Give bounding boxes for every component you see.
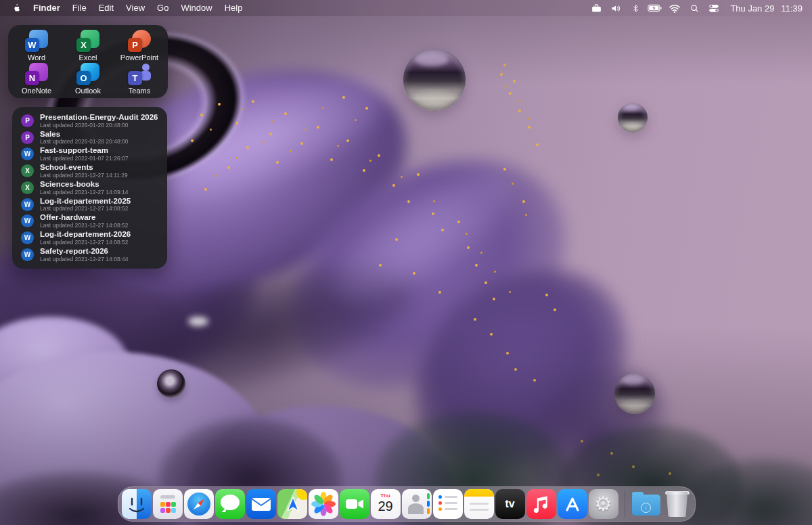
volume-icon[interactable] bbox=[608, 1, 623, 15]
document-title: Offer-hardware bbox=[40, 213, 128, 222]
menu-item-help[interactable]: Help bbox=[219, 0, 249, 16]
menu-item-window[interactable]: Window bbox=[175, 0, 218, 16]
document-updated: Last updated 2021-12-27 14:08:52 bbox=[40, 223, 128, 229]
dock-item-maps[interactable] bbox=[277, 489, 307, 519]
calendar-day-label: Thu bbox=[380, 493, 390, 499]
office-app-label: Outlook bbox=[75, 87, 101, 95]
dock-item-mail[interactable] bbox=[246, 489, 276, 519]
maps-arrow-icon bbox=[277, 489, 307, 519]
menu-item-finder[interactable]: Finder bbox=[27, 0, 66, 16]
document-updated: Last updated 2021-12-27 14:08:52 bbox=[40, 206, 131, 212]
facetime-camera-icon bbox=[340, 489, 369, 519]
document-row[interactable]: P Presentation-Energy-Audit 2026Last upd… bbox=[21, 113, 162, 129]
music-note-icon bbox=[526, 489, 556, 519]
menu-bar-left: Finder File Edit View Go Window Help bbox=[12, 0, 248, 16]
briefcase-icon[interactable] bbox=[589, 1, 604, 15]
apple-menu[interactable] bbox=[12, 3, 27, 14]
menu-item-go[interactable]: Go bbox=[151, 0, 175, 16]
search-icon[interactable] bbox=[687, 1, 702, 15]
contacts-person-icon bbox=[412, 495, 420, 502]
document-row[interactable]: W Log-it-departement-2026Last updated 20… bbox=[21, 230, 162, 246]
excel-badge-icon: X bbox=[21, 164, 34, 177]
dock-separator bbox=[625, 490, 625, 518]
menu-bar-clock[interactable]: Thu Jan 29 11:39 bbox=[726, 3, 805, 14]
dock-item-finder[interactable] bbox=[122, 489, 152, 519]
photos-pinwheel-icon bbox=[309, 489, 338, 519]
dock-item-photos[interactable] bbox=[309, 489, 338, 519]
dock-item-appstore[interactable] bbox=[558, 489, 587, 519]
office-app-label: Excel bbox=[79, 54, 97, 62]
dock-item-notes[interactable] bbox=[464, 489, 494, 519]
desktop: Finder File Edit View Go Window Help bbox=[0, 0, 812, 525]
document-title: Log-it-departement-2026 bbox=[40, 230, 131, 239]
calendar-day-number: 29 bbox=[378, 499, 392, 513]
menu-bar-status: Thu Jan 29 11:39 bbox=[589, 1, 805, 15]
recent-documents-widget: P Presentation-Energy-Audit 2026Last upd… bbox=[12, 107, 167, 269]
office-app-word[interactable]: W Word bbox=[11, 30, 62, 62]
appstore-icon bbox=[558, 489, 587, 519]
document-title: Fast-support-team bbox=[40, 146, 128, 155]
document-title: Log-it-departement-2025 bbox=[40, 197, 131, 206]
document-title: School-events bbox=[40, 163, 128, 172]
dock-item-messages[interactable] bbox=[215, 489, 245, 519]
office-app-outlook[interactable]: O Outlook bbox=[62, 63, 114, 95]
document-row[interactable]: X School-eventsLast updated 2021-12-27 1… bbox=[21, 163, 162, 179]
office-app-label: Word bbox=[28, 54, 45, 62]
dock-item-settings[interactable]: ⚙ bbox=[589, 489, 618, 519]
office-app-powerpoint[interactable]: P PowerPoint bbox=[114, 30, 165, 62]
word-icon: W bbox=[24, 30, 49, 52]
word-badge-icon: W bbox=[21, 214, 34, 227]
onenote-icon: N bbox=[24, 63, 49, 85]
document-updated: Last updated 2021-12-27 14:09:14 bbox=[40, 189, 128, 196]
tv-logo: tv bbox=[505, 498, 514, 510]
office-widget: W Word X Excel P PowerPoint N OneNote O … bbox=[8, 25, 168, 98]
excel-icon: X bbox=[76, 30, 100, 52]
dock-item-reminders[interactable] bbox=[433, 489, 463, 519]
word-badge-icon: W bbox=[21, 147, 34, 160]
document-title: Sales bbox=[40, 130, 128, 139]
reminders-icon bbox=[438, 495, 442, 499]
menu-item-edit[interactable]: Edit bbox=[93, 0, 120, 16]
control-center-icon[interactable] bbox=[706, 1, 721, 15]
gear-icon: ⚙ bbox=[594, 494, 612, 514]
document-row[interactable]: P SalesLast updated 2026-01-28 20:48:00 bbox=[21, 130, 162, 145]
wifi-icon[interactable] bbox=[667, 1, 682, 15]
office-app-label: Teams bbox=[129, 87, 150, 95]
dock-item-facetime[interactable] bbox=[340, 489, 369, 519]
dock-item-trash[interactable] bbox=[662, 489, 692, 519]
excel-badge-icon: X bbox=[21, 181, 34, 194]
dock-item-launchpad[interactable] bbox=[153, 489, 183, 519]
bluetooth-icon[interactable] bbox=[628, 1, 643, 15]
outlook-icon: O bbox=[76, 63, 100, 85]
menu-bar-time: 11:39 bbox=[781, 3, 803, 14]
battery-charging-icon[interactable] bbox=[648, 1, 662, 15]
menu-item-file[interactable]: File bbox=[66, 0, 93, 16]
dock-item-tv[interactable]: tv bbox=[495, 489, 525, 519]
menu-item-view[interactable]: View bbox=[120, 0, 151, 16]
office-app-excel[interactable]: X Excel bbox=[62, 30, 114, 62]
office-app-label: OneNote bbox=[22, 87, 51, 95]
office-app-onenote[interactable]: N OneNote bbox=[11, 63, 62, 95]
document-row[interactable]: X Sciences-booksLast updated 2021-12-27 … bbox=[21, 180, 162, 196]
document-title: Presentation-Energy-Audit 2026 bbox=[40, 113, 158, 122]
messages-bubble-icon bbox=[221, 495, 240, 510]
powerpoint-icon: P bbox=[127, 30, 152, 52]
powerpoint-badge-icon: P bbox=[21, 114, 34, 127]
powerpoint-badge-icon: P bbox=[21, 131, 34, 144]
teams-icon: T bbox=[127, 63, 152, 85]
document-row[interactable]: W Log-it-departement-2025Last updated 20… bbox=[21, 197, 162, 212]
document-updated: Last updated 2026-01-28 20:48:00 bbox=[40, 139, 128, 145]
document-title: Safety-report-2026 bbox=[40, 247, 128, 256]
office-app-teams[interactable]: T Teams bbox=[114, 63, 165, 95]
document-row[interactable]: W Safety-report-2026Last updated 2021-12… bbox=[21, 247, 162, 262]
dock: Thu 29 tv ⚙ bbox=[118, 486, 696, 522]
dock-item-calendar[interactable]: Thu 29 bbox=[371, 489, 401, 519]
menu-bar-date: Thu Jan 29 bbox=[730, 3, 774, 14]
word-badge-icon: W bbox=[21, 231, 34, 244]
dock-item-music[interactable] bbox=[526, 489, 556, 519]
dock-item-safari[interactable] bbox=[184, 489, 214, 519]
dock-item-contacts[interactable] bbox=[402, 489, 432, 519]
dock-item-downloads[interactable]: ↓ bbox=[631, 489, 661, 519]
document-row[interactable]: W Offer-hardwareLast updated 2021-12-27 … bbox=[21, 213, 162, 229]
document-row[interactable]: W Fast-support-teamLast updated 2022-01-… bbox=[21, 146, 162, 162]
